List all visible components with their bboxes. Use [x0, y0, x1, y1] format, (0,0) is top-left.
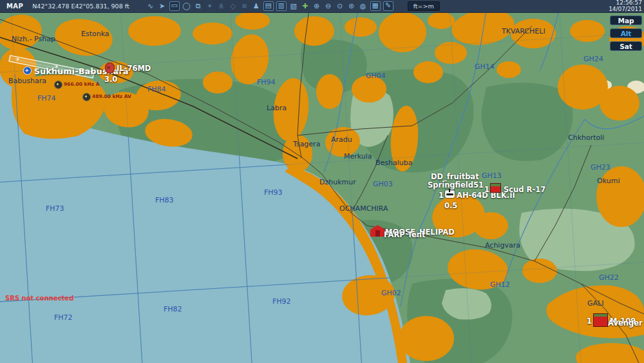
grid-square-label: GH12	[490, 280, 510, 289]
town-label: Tsagera	[293, 140, 320, 148]
unit-toggle-button[interactable]: ft=>m	[408, 1, 440, 11]
town-label: Babushara	[8, 77, 46, 85]
ndb-beacon-icon	[82, 93, 91, 101]
scud-r-17-label: Scud R-17	[504, 185, 545, 194]
circle-tool-icon[interactable]: ◯	[182, 2, 191, 11]
town-label: Chkhortoli	[568, 133, 604, 142]
map-canvas[interactable]: FH74FH84FH94GH04GH14GH24FH73FH83FH93GH03…	[0, 13, 644, 363]
grid-toggle-icon[interactable]: ▦	[370, 1, 381, 11]
ah-64d-group-icon[interactable]	[445, 190, 455, 198]
town-label: Labra	[267, 104, 287, 112]
brightness-icon[interactable]: ✦	[205, 2, 214, 11]
grid-square-label: FH73	[46, 204, 64, 213]
scud-r-17-icon[interactable]	[490, 183, 501, 193]
globe-icon[interactable]: ◍	[359, 2, 368, 11]
mission-date: 14/07/2011	[609, 6, 642, 13]
beacon-frequency-label: 489.00 kHz AV	[92, 93, 131, 99]
grid-square-label: GH03	[373, 180, 393, 188]
srs-status-message: SRS not connected	[5, 295, 73, 302]
airport-icon[interactable]	[23, 66, 32, 75]
il-76md-label: IL-76MD	[117, 64, 151, 73]
player-list-icon[interactable]: ♟	[252, 2, 261, 11]
town-label: TKVARCHELI	[502, 27, 545, 35]
waypoint-icon[interactable]: ◇	[229, 2, 238, 11]
grid-square-label: GH22	[599, 273, 619, 282]
gali-unit-label: 1	[587, 317, 592, 326]
grid-square-label: GH23	[591, 163, 611, 172]
town-label: Beshaluba	[375, 159, 413, 167]
grid-square-label: FH74	[37, 94, 56, 103]
town-label: Estonka	[81, 30, 109, 38]
grid-square-label: FH92	[272, 297, 291, 306]
scud-r-17-label: 1	[484, 185, 489, 194]
grid-square-label: FH84	[147, 85, 166, 93]
grid-square-label: FH82	[164, 305, 182, 313]
toolbar-icon-row: ∿➤▭◯⧉✦⋔◇≋♟▤▥▧✚⊕⊖⊙⊛◍▦✎	[146, 1, 393, 11]
globe-mesh-icon[interactable]: ⊛	[347, 2, 356, 11]
town-label: Merkula	[344, 152, 372, 161]
route-tool-icon[interactable]: ∿	[146, 2, 155, 11]
beacon-frequency-label: 966.00 kHz A	[64, 81, 100, 87]
labels-all-icon[interactable]: ▧	[289, 2, 298, 11]
moose-helipad-label: FARP Tent	[384, 230, 426, 239]
town-label: OCHAMCHIRA	[339, 204, 388, 213]
ah-64d-group-label: 1	[439, 191, 444, 200]
map-view-button[interactable]: Map	[610, 15, 642, 25]
grid-square-label: GH04	[366, 72, 386, 80]
town-label: Aradu	[331, 135, 352, 144]
draw-tool-icon[interactable]: ✎	[383, 1, 393, 11]
alt-view-button[interactable]: Alt	[610, 28, 642, 38]
grid-square-label: GH13	[482, 172, 502, 180]
dcs-f10-map-screen: MAP N42°32.478 E42°05.831, 908 ft ∿➤▭◯⧉✦…	[0, 0, 644, 363]
town-label: Dzhukmur	[319, 178, 356, 186]
il-76md-icon[interactable]	[105, 63, 115, 74]
gali-unit-label: Avenger	[608, 319, 643, 328]
grid-square-label: FH93	[264, 188, 283, 197]
map-mode-label: MAP	[6, 3, 23, 10]
sat-view-button[interactable]: Sat	[610, 41, 642, 51]
grid-square-label: FH83	[155, 196, 174, 204]
gali-unit-icon[interactable]	[593, 313, 608, 327]
town-label: Achigvara	[485, 241, 520, 250]
cursor-coordinates: N42°32.478 E42°05.831, 908 ft	[32, 3, 129, 10]
grid-square-label: GH24	[583, 55, 603, 63]
grid-square-label: GH14	[475, 63, 495, 71]
map-labels-layer: FH74FH84FH94GH04GH14GH24FH73FH83FH93GH03…	[0, 13, 644, 363]
zoom-out-icon[interactable]: ⊖	[324, 2, 333, 11]
moose-helipad-icon[interactable]	[370, 225, 385, 237]
town-label: Nizh.- Pshap	[12, 35, 55, 43]
zoom-in-icon[interactable]: ⊕	[312, 2, 321, 11]
ah-64d-group-label: Springfield51	[428, 181, 484, 190]
ah-64d-group-label: 0.5	[444, 201, 457, 210]
grid-square-label: FH72	[54, 313, 73, 322]
add-marker-icon[interactable]: ✚	[301, 2, 310, 11]
grid-square-label: FH94	[257, 78, 276, 86]
marker-tool-icon[interactable]: ▭	[169, 1, 180, 11]
measure-tool-icon[interactable]: ➤	[158, 2, 167, 11]
antenna-icon[interactable]: ⋔	[217, 2, 226, 11]
labels-friendly-icon[interactable]: ▤	[263, 1, 274, 11]
layers-icon[interactable]: ⧉	[194, 2, 203, 11]
ah-64d-group-label: DD_fruitbat	[431, 172, 479, 181]
town-label: Okumi	[597, 177, 620, 185]
view-mode-buttons: Map Alt Sat	[610, 15, 642, 51]
top-toolbar: MAP N42°32.478 E42°05.831, 908 ft ∿➤▭◯⧉✦…	[0, 0, 644, 13]
zoom-fit-icon[interactable]: ⊙	[336, 2, 345, 11]
town-label: GALI	[587, 299, 603, 308]
grid-square-label: GH02	[381, 289, 401, 297]
mission-clock: 12:56:57 14/07/2011	[609, 0, 644, 12]
signal-icon[interactable]: ≋	[240, 2, 249, 11]
ndb-beacon-icon	[54, 81, 62, 89]
il-76md-label: 3.0	[104, 75, 117, 84]
labels-enemy-icon[interactable]: ▥	[276, 1, 287, 11]
